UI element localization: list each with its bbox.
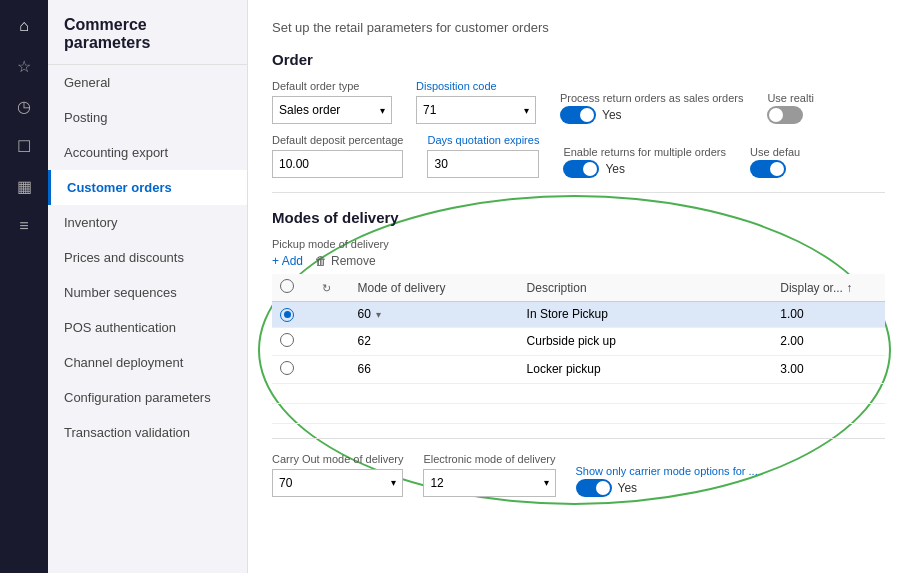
default-deposit-value: 10.00 <box>279 157 309 171</box>
default-deposit-group: Default deposit percentage 10.00 <box>272 134 403 178</box>
bookmark-icon[interactable]: ☐ <box>6 128 42 164</box>
col-check-header <box>272 274 314 302</box>
use-realtime-toggle[interactable] <box>767 106 803 124</box>
show-only-toggle[interactable] <box>576 479 612 497</box>
show-only-value: Yes <box>618 481 638 495</box>
bottom-divider <box>272 438 885 439</box>
use-realtime-label: Use realti <box>767 92 813 104</box>
table-row[interactable]: 62 Curbside pick up 2.00 <box>272 327 885 355</box>
refresh-icon[interactable]: ↻ <box>322 282 331 294</box>
chevron-down-icon: ▾ <box>380 105 385 116</box>
enable-returns-value: Yes <box>605 162 625 176</box>
default-deposit-input[interactable]: 10.00 <box>272 150 403 178</box>
electronic-group: Electronic mode of delivery 12 ▾ <box>423 453 555 497</box>
row2-description: Curbside pick up <box>519 327 773 355</box>
carry-out-label: Carry Out mode of delivery <box>272 453 403 465</box>
delivery-section: Modes of delivery Pickup mode of deliver… <box>272 209 885 497</box>
enable-returns-toggle[interactable] <box>563 160 599 178</box>
remove-button-label: Remove <box>331 254 376 268</box>
star-icon[interactable]: ☆ <box>6 48 42 84</box>
table-row[interactable]: 60 ▾ In Store Pickup 1.00 <box>272 302 885 328</box>
default-order-type-group: Default order type Sales order ▾ <box>272 80 392 124</box>
sidebar-item-general[interactable]: General <box>48 65 247 100</box>
sidebar-item-customer-orders[interactable]: Customer orders <box>48 170 247 205</box>
row1-refresh <box>314 302 349 328</box>
pickup-label: Pickup mode of delivery <box>272 238 885 250</box>
days-quotation-input[interactable]: 30 <box>427 150 539 178</box>
row3-radio[interactable] <box>280 361 294 375</box>
row2-radio[interactable] <box>280 333 294 347</box>
divider <box>272 192 885 193</box>
col-mode-header[interactable]: Mode of delivery <box>349 274 518 302</box>
sidebar-item-pos-authentication[interactable]: POS authentication <box>48 310 247 345</box>
col-refresh-header: ↻ <box>314 274 349 302</box>
default-order-type-select[interactable]: Sales order ▾ <box>272 96 392 124</box>
row2-refresh <box>314 327 349 355</box>
carry-out-value: 70 <box>279 476 292 490</box>
remove-button[interactable]: 🗑 Remove <box>315 254 376 268</box>
carry-out-select[interactable]: 70 ▾ <box>272 469 403 497</box>
disposition-code-group: Disposition code 71 ▾ <box>416 80 536 124</box>
add-button[interactable]: + Add <box>272 254 303 268</box>
sidebar-item-transaction-validation[interactable]: Transaction validation <box>48 415 247 450</box>
sidebar-item-inventory[interactable]: Inventory <box>48 205 247 240</box>
row3-check[interactable] <box>272 355 314 383</box>
days-quotation-group: Days quotation expires 30 <box>427 134 539 178</box>
use-default-toggle[interactable] <box>750 160 786 178</box>
sidebar-item-channel-deployment[interactable]: Channel deployment <box>48 345 247 380</box>
carry-out-group: Carry Out mode of delivery 70 ▾ <box>272 453 403 497</box>
process-return-toggle[interactable] <box>560 106 596 124</box>
form-row-1: Default order type Sales order ▾ Disposi… <box>272 80 885 124</box>
show-only-group: Show only carrier mode options for ... Y… <box>576 465 758 497</box>
row2-check[interactable] <box>272 327 314 355</box>
process-return-value: Yes <box>602 108 622 122</box>
use-default-group: Use defau <box>750 146 800 178</box>
disposition-code-value: 71 <box>423 103 436 117</box>
bottom-form: Carry Out mode of delivery 70 ▾ Electron… <box>272 453 885 497</box>
process-return-group: Process return orders as sales orders Ye… <box>560 92 743 124</box>
main-content: Set up the retail parameters for custome… <box>248 0 909 573</box>
default-order-type-value: Sales order <box>279 103 340 117</box>
electronic-select[interactable]: 12 ▾ <box>423 469 555 497</box>
chevron-down-icon3: ▾ <box>391 477 396 488</box>
use-default-toggle-group <box>750 160 800 178</box>
sidebar: Commerce parameters General Posting Acco… <box>48 0 248 573</box>
sidebar-item-number-sequences[interactable]: Number sequences <box>48 275 247 310</box>
process-return-label: Process return orders as sales orders <box>560 92 743 104</box>
chevron-down-icon4: ▾ <box>544 477 549 488</box>
sidebar-item-posting[interactable]: Posting <box>48 100 247 135</box>
header-radio[interactable] <box>280 279 294 293</box>
electronic-value: 12 <box>430 476 443 490</box>
enable-returns-label: Enable returns for multiple orders <box>563 146 726 158</box>
nav-rail: ⌂ ☆ ◷ ☐ ▦ ≡ <box>0 0 48 573</box>
show-only-label: Show only carrier mode options for ... <box>576 465 758 477</box>
row1-display-order: 1.00 <box>772 302 885 328</box>
form-row-2: Default deposit percentage 10.00 Days qu… <box>272 134 885 178</box>
row3-description: Locker pickup <box>519 355 773 383</box>
row1-radio[interactable] <box>280 308 294 322</box>
table-row-empty <box>272 383 885 403</box>
row3-refresh <box>314 355 349 383</box>
row1-code: 60 ▾ <box>349 302 518 328</box>
disposition-code-label: Disposition code <box>416 80 536 92</box>
enable-returns-group: Enable returns for multiple orders Yes <box>563 146 726 178</box>
list-icon[interactable]: ≡ <box>6 208 42 244</box>
enable-returns-toggle-group: Yes <box>563 160 726 178</box>
col-display-header[interactable]: Display or... ↑ <box>772 274 885 302</box>
sidebar-item-configuration-parameters[interactable]: Configuration parameters <box>48 380 247 415</box>
clock-icon[interactable]: ◷ <box>6 88 42 124</box>
toolbar: + Add 🗑 Remove <box>272 254 885 268</box>
days-quotation-label: Days quotation expires <box>427 134 539 146</box>
process-return-toggle-group: Yes <box>560 106 743 124</box>
use-default-label: Use defau <box>750 146 800 158</box>
sidebar-item-accounting-export[interactable]: Accounting export <box>48 135 247 170</box>
row3-display-order: 3.00 <box>772 355 885 383</box>
col-desc-header: Description <box>519 274 773 302</box>
grid-icon[interactable]: ▦ <box>6 168 42 204</box>
row1-check[interactable] <box>272 302 314 328</box>
table-row[interactable]: 66 Locker pickup 3.00 <box>272 355 885 383</box>
electronic-label: Electronic mode of delivery <box>423 453 555 465</box>
home-icon[interactable]: ⌂ <box>6 8 42 44</box>
sidebar-item-prices-discounts[interactable]: Prices and discounts <box>48 240 247 275</box>
disposition-code-select[interactable]: 71 ▾ <box>416 96 536 124</box>
